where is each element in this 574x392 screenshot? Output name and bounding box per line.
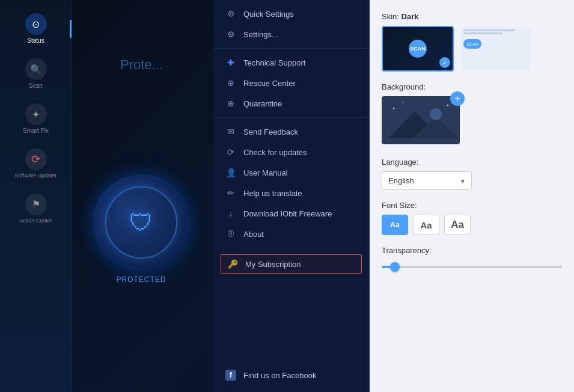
technical-support-icon: ✚ [225,58,236,67]
scan-icon: 🔍 [25,58,47,80]
technical-support-item[interactable]: ✚ Technical Support [213,52,369,73]
svg-point-6 [447,105,449,106]
dark-selected-badge: ✓ [439,57,450,68]
my-subscription-icon: 🔑 [227,259,238,269]
status-icon: ⊙ [25,13,47,35]
sidebar-item-smart-fix[interactable]: ✦ Smart Fix [0,96,72,141]
skin-light-buttons: SCAN [463,39,481,49]
font-size-row: Font Size: Aa Aa Aa [382,201,562,235]
quick-settings-label: Quick Settings [243,10,294,19]
check-updates-label: Check for updates [243,148,307,157]
action-center-icon: ⚑ [25,194,47,215]
skin-label: Skin: Dark [382,12,562,21]
menu-section-4: 🔑 My Subscription [213,248,369,280]
background-svg [382,96,460,144]
rescue-center-icon: ⊕ [225,78,236,88]
menu-section-1: ⚙ Quick Settings ⚙ Settings... [213,0,369,49]
sidebar-item-software-updater[interactable]: ⟳ Software Updater [0,141,72,186]
font-size-label: Font Size: [382,201,562,210]
technical-support-label: Technical Support [243,58,305,67]
add-background-button[interactable]: + [450,91,465,106]
settings-item[interactable]: ⚙ Settings... [213,24,369,44]
about-item[interactable]: ® About [213,224,369,244]
menu-section-2: ✚ Technical Support ⊕ Rescue Center ⊕ Qu… [213,49,369,118]
quarantine-item[interactable]: ⊕ Quarantine [213,93,369,114]
about-icon: ® [225,229,236,239]
download-freeware-label: Download IObit Freeware [243,209,332,218]
skin-light-option[interactable]: SCAN [460,26,532,72]
svg-point-5 [402,102,403,103]
shield-icon: 🛡 [129,209,153,236]
language-label: Language: [382,158,562,167]
background-label: Background: [382,82,562,91]
user-manual-label: User Manual [243,168,288,177]
font-size-large[interactable]: Aa [444,215,471,235]
quick-settings-icon: ⚙ [225,9,236,19]
help-translate-label: Help us translate [243,189,302,198]
about-label: About [243,230,264,239]
menu-bottom: f Find us on Facebook [213,358,369,392]
transparency-label: Transparency: [382,246,562,255]
skin-dark-option[interactable]: SCAN ✓ [382,26,454,72]
skin-row: Skin: Dark SCAN ✓ SCAN [382,12,562,72]
menu-panel: ⚙ Quick Settings ⚙ Settings... ✚ Technic… [213,0,370,392]
font-size-small[interactable]: Aa [382,215,408,235]
download-freeware-item[interactable]: ↓ Download IObit Freeware [213,203,369,224]
smart-fix-icon: ✦ [25,103,47,125]
skin-light-thumb: SCAN [461,27,531,70]
background-row: Background: + [382,82,562,147]
settings-label: Settings... [243,30,278,39]
background-preview-wrapper: + [382,96,460,144]
find-facebook-item[interactable]: f Find us on Facebook [213,364,369,386]
send-feedback-icon: ✉ [225,127,236,136]
active-indicator [70,20,72,38]
user-manual-item[interactable]: 👤 User Manual [213,162,369,183]
language-select[interactable]: English Chinese French German Spanish Ja… [382,171,472,190]
language-select-wrapper: English Chinese French German Spanish Ja… [382,171,472,190]
check-updates-item[interactable]: ⟳ Check for updates [213,142,369,162]
skin-light-line-1 [463,29,515,31]
my-subscription-item[interactable]: 🔑 My Subscription [221,254,362,274]
svg-point-3 [430,108,442,120]
rescue-center-item[interactable]: ⊕ Rescue Center [213,73,369,93]
font-size-medium[interactable]: Aa [413,215,439,235]
sidebar-item-action-center[interactable]: ⚑ Action Center [0,186,72,231]
language-row: Language: English Chinese French German … [382,158,562,190]
sidebar-item-software-updater-label: Software Updater [14,173,56,179]
protection-label: Protected [93,275,189,284]
skin-light-line-2 [463,32,502,34]
help-translate-icon: ✏ [225,188,236,198]
sidebar: ⊙ Status 🔍 Scan ✦ Smart Fix ⟳ Software U… [0,0,72,392]
sidebar-item-action-center-label: Action Center [19,218,52,224]
send-feedback-item[interactable]: ✉ Send Feedback [213,121,369,142]
quick-settings-item[interactable]: ⚙ Quick Settings [213,4,369,24]
dark-scan-button: SCAN [409,40,427,58]
send-feedback-label: Send Feedback [243,127,298,136]
light-scan-btn: SCAN [463,39,481,49]
background-preview[interactable] [382,96,460,144]
facebook-icon: f [225,370,236,381]
header-protect-text: Prote... [120,57,163,73]
user-manual-icon: 👤 [225,168,236,177]
download-freeware-icon: ↓ [225,209,236,218]
sidebar-item-smart-fix-label: Smart Fix [23,127,49,134]
settings-panel: Skin: Dark SCAN ✓ SCAN Back [370,0,574,392]
settings-icon: ⚙ [225,29,236,39]
find-facebook-label: Find us on Facebook [243,371,316,380]
help-translate-item[interactable]: ✏ Help us translate [213,183,369,203]
check-updates-icon: ⟳ [225,147,236,157]
skin-options: SCAN ✓ SCAN [382,26,562,72]
sidebar-item-status-label: Status [27,37,44,44]
skin-value: Dark [401,12,419,21]
sidebar-item-status[interactable]: ⊙ Status [0,6,72,51]
svg-point-4 [393,108,395,109]
transparency-slider[interactable] [382,266,562,268]
transparency-row: Transparency: [382,246,562,271]
menu-section-3: ✉ Send Feedback ⟳ Check for updates 👤 Us… [213,118,369,248]
quarantine-icon: ⊕ [225,99,236,108]
sidebar-item-scan[interactable]: 🔍 Scan [0,51,72,96]
font-size-options: Aa Aa Aa [382,215,562,235]
protection-ring: 🛡 [93,174,189,271]
quarantine-label: Quarantine [243,99,282,108]
sidebar-item-scan-label: Scan [29,82,43,89]
